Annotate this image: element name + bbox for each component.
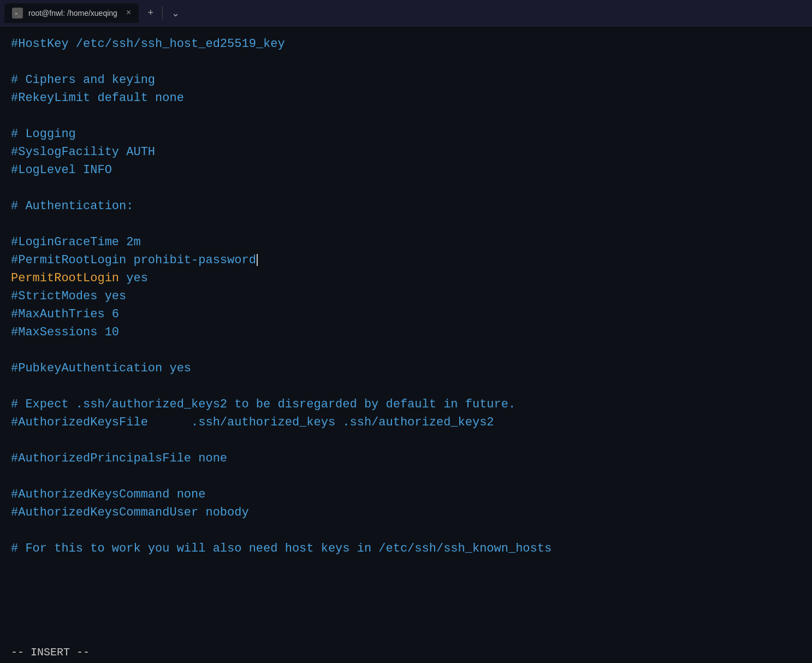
status-bar: -- INSERT -- — [0, 642, 812, 663]
terminal-line: #MaxAuthTries 6 — [11, 305, 801, 323]
new-tab-button[interactable]: + — [143, 5, 158, 21]
terminal-line: # Expect .ssh/authorized_keys2 to be dis… — [11, 395, 801, 413]
terminal-tab[interactable]: >_ root@fnwl: /home/xueqing × — [4, 3, 139, 23]
svg-text:>_: >_ — [15, 11, 21, 16]
terminal-line: # Logging — [11, 125, 801, 143]
vim-mode: -- INSERT -- — [11, 646, 90, 659]
terminal-line: #AuthorizedKeysFile .ssh/authorized_keys… — [11, 413, 801, 431]
terminal-line — [11, 431, 801, 449]
terminal-icon: >_ — [12, 8, 23, 19]
terminal-line: #RekeyLimit default none — [11, 89, 801, 107]
terminal-line — [11, 179, 801, 197]
terminal-line: #StrictModes yes — [11, 287, 801, 305]
text-cursor — [257, 254, 258, 266]
terminal-line: #MaxSessions 10 — [11, 323, 801, 341]
terminal-line — [11, 522, 801, 540]
divider — [162, 7, 163, 20]
terminal-line — [11, 467, 801, 486]
terminal-line: #HostKey /etc/ssh/ssh_host_ed25519_key — [11, 35, 801, 53]
terminal-line — [11, 377, 801, 395]
terminal-line: #PermitRootLogin prohibit-password — [11, 251, 801, 269]
tab-close-button[interactable]: × — [126, 8, 132, 18]
terminal-line: #AuthorizedPrincipalsFile none — [11, 449, 801, 467]
terminal-content: #HostKey /etc/ssh/ssh_host_ed25519_key #… — [0, 26, 812, 642]
terminal-window: >_ root@fnwl: /home/xueqing × + ⌄ #HostK… — [0, 0, 812, 663]
terminal-line: # For this to work you will also need ho… — [11, 540, 801, 558]
terminal-line: #LoginGraceTime 2m — [11, 233, 801, 251]
terminal-line — [11, 53, 801, 71]
terminal-line — [11, 215, 801, 233]
terminal-line: #AuthorizedKeysCommandUser nobody — [11, 504, 801, 522]
terminal-line: PermitRootLogin yes — [11, 269, 801, 287]
dropdown-button[interactable]: ⌄ — [167, 5, 184, 21]
terminal-line: #PubkeyAuthentication yes — [11, 359, 801, 377]
terminal-line: #AuthorizedKeysCommand none — [11, 486, 801, 504]
terminal-line: # Authentication: — [11, 197, 801, 215]
terminal-line: #LogLevel INFO — [11, 161, 801, 179]
terminal-line: # Ciphers and keying — [11, 71, 801, 89]
tab-actions: + ⌄ — [143, 5, 184, 21]
terminal-line — [11, 341, 801, 359]
tab-title: root@fnwl: /home/xueqing — [28, 9, 117, 17]
title-bar: >_ root@fnwl: /home/xueqing × + ⌄ — [0, 0, 812, 26]
terminal-line: #SyslogFacility AUTH — [11, 143, 801, 161]
terminal-line — [11, 107, 801, 125]
